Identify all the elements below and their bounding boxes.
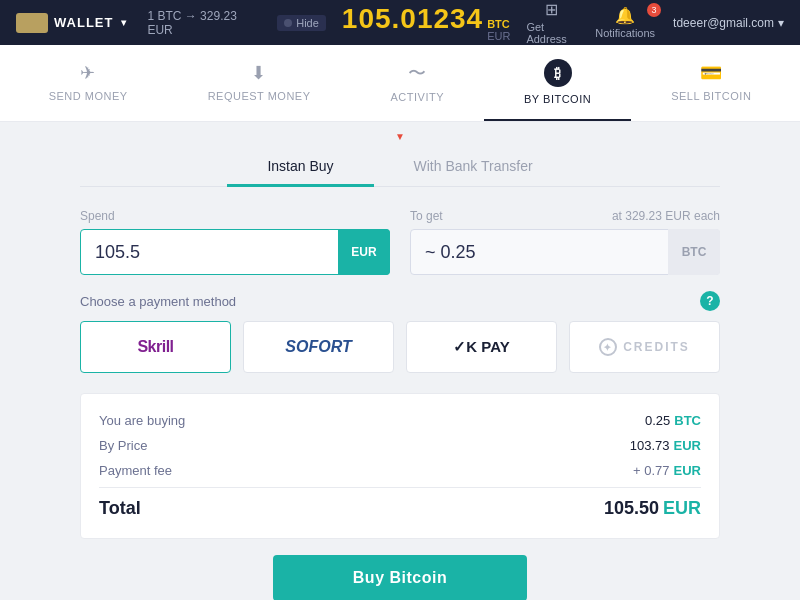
credits-icon: ✦ <box>599 338 617 356</box>
wallet-icon <box>16 13 48 33</box>
price-label: By Price <box>99 438 147 453</box>
to-get-currency-badge: BTC <box>668 229 720 275</box>
price-currency: EUR <box>674 438 701 453</box>
spend-field-group: Spend EUR <box>80 209 390 275</box>
tab-activity-label: ACTIVITY <box>391 91 445 103</box>
user-menu[interactable]: tdeeer@gmail.com ▾ <box>673 16 784 30</box>
payment-methods-list: Skrill SOFORT ✓K PAY ✦ CREDITS <box>80 321 720 373</box>
notification-badge: 3 <box>647 3 661 17</box>
fee-amount: + 0.77 <box>633 463 670 478</box>
balance-unit: BTC EUR <box>487 18 510 42</box>
rate-info: 1 BTC → 329.23 EUR <box>147 9 261 37</box>
summary-box: You are buying 0.25 BTC By Price 103.73 … <box>80 393 720 539</box>
total-amount: 105.50 <box>604 498 659 519</box>
buying-label: You are buying <box>99 413 185 428</box>
to-get-input-wrap: BTC <box>410 229 720 275</box>
fee-currency: EUR <box>674 463 701 478</box>
balance-amount: 105.01234 <box>342 3 483 35</box>
to-get-label: To get <box>410 209 443 223</box>
payment-method-label: Choose a payment method <box>80 294 236 309</box>
hide-label: Hide <box>296 17 319 29</box>
send-money-icon: ✈ <box>80 62 96 84</box>
summary-buying-row: You are buying 0.25 BTC <box>99 408 701 433</box>
buying-currency: BTC <box>674 413 701 428</box>
notifications-label: Notifications <box>595 27 655 39</box>
hide-button[interactable]: Hide <box>277 15 326 31</box>
payment-credits-button[interactable]: ✦ CREDITS <box>569 321 720 373</box>
sub-tab-instan-buy[interactable]: Instan Buy <box>227 148 373 187</box>
get-address-button[interactable]: ⊞ Get Address <box>526 0 577 45</box>
credits-logo: ✦ CREDITS <box>599 338 690 356</box>
rate-label: at 329.23 EUR each <box>612 209 720 223</box>
balance-btc-label: BTC <box>487 18 510 30</box>
skrill-logo: Skrill <box>137 338 173 356</box>
notifications-button[interactable]: 🔔 3 Notifications <box>595 6 655 39</box>
main-content: Instan Buy With Bank Transfer Spend EUR … <box>0 122 800 600</box>
address-icon: ⊞ <box>545 0 558 19</box>
wallet-brand[interactable]: WALLET ▾ <box>16 13 127 33</box>
price-amount: 103.73 <box>630 438 670 453</box>
request-money-icon: ⬇ <box>251 62 267 84</box>
summary-total-row: Total 105.50 EUR <box>99 487 701 524</box>
tab-send-money-label: SEND MONEY <box>49 90 128 102</box>
top-navigation: WALLET ▾ 1 BTC → 329.23 EUR Hide 105.012… <box>0 0 800 45</box>
nav-actions: ⊞ Get Address 🔔 3 Notifications tdeeer@g… <box>526 0 784 45</box>
tab-request-money[interactable]: ⬇ REQUEST MONEY <box>168 48 351 118</box>
buy-bitcoin-button[interactable]: Buy Bitcoin <box>273 555 527 600</box>
tab-activity[interactable]: 〜 ACTIVITY <box>351 47 485 119</box>
wallet-label: WALLET <box>54 15 113 30</box>
tab-by-bitcoin[interactable]: ₿ BY BITCOIN <box>484 45 631 121</box>
buying-amount: 0.25 <box>645 413 670 428</box>
tab-by-bitcoin-label: BY BITCOIN <box>524 93 591 105</box>
sell-bitcoin-icon: 💳 <box>700 62 723 84</box>
total-value: 105.50 EUR <box>604 498 701 519</box>
price-value: 103.73 EUR <box>630 438 701 453</box>
spend-currency-badge: EUR <box>338 229 390 275</box>
bell-icon: 🔔 <box>615 6 635 25</box>
tab-send-money[interactable]: ✈ SEND MONEY <box>9 48 168 118</box>
payment-method-row: Choose a payment method ? <box>80 291 720 311</box>
help-icon[interactable]: ? <box>700 291 720 311</box>
tab-sell-bitcoin-label: SELL BITCOIN <box>671 90 751 102</box>
sofort-logo: SOFORT <box>285 338 351 356</box>
tab-sell-bitcoin[interactable]: 💳 SELL BITCOIN <box>631 48 791 118</box>
buy-bitcoin-label: Buy Bitcoin <box>353 569 447 586</box>
sub-tab-instan-buy-label: Instan Buy <box>267 158 333 174</box>
tab-request-money-label: REQUEST MONEY <box>208 90 311 102</box>
wallet-caret-icon: ▾ <box>121 17 127 28</box>
to-get-field-group: To get at 329.23 EUR each BTC <box>410 209 720 275</box>
bitcoin-circle-icon: ₿ <box>544 59 572 87</box>
activity-icon: 〜 <box>408 61 427 85</box>
sub-tab-bank-transfer[interactable]: With Bank Transfer <box>374 148 573 187</box>
fee-label: Payment fee <box>99 463 172 478</box>
payment-skrill-button[interactable]: Skrill <box>80 321 231 373</box>
hide-dot-icon <box>284 19 292 27</box>
total-label: Total <box>99 498 141 519</box>
summary-price-row: By Price 103.73 EUR <box>99 433 701 458</box>
summary-fee-row: Payment fee + 0.77 EUR <box>99 458 701 483</box>
okpay-logo: ✓K PAY <box>453 338 509 356</box>
user-caret-icon: ▾ <box>778 16 784 30</box>
balance-eur-label: EUR <box>487 30 510 42</box>
buying-value: 0.25 BTC <box>645 413 701 428</box>
main-tabs: ✈ SEND MONEY ⬇ REQUEST MONEY 〜 ACTIVITY … <box>0 45 800 122</box>
buy-button-wrap: Buy Bitcoin <box>80 555 720 600</box>
amount-form-row: Spend EUR To get at 329.23 EUR each BTC <box>80 209 720 275</box>
sub-tabs: Instan Buy With Bank Transfer <box>80 140 720 187</box>
user-email-text: tdeeer@gmail.com <box>673 16 774 30</box>
payment-okpay-button[interactable]: ✓K PAY <box>406 321 557 373</box>
spend-label: Spend <box>80 209 390 223</box>
fee-value: + 0.77 EUR <box>633 463 701 478</box>
total-currency: EUR <box>663 498 701 519</box>
get-address-label: Get Address <box>526 21 577 45</box>
sub-tab-bank-transfer-label: With Bank Transfer <box>414 158 533 174</box>
payment-sofort-button[interactable]: SOFORT <box>243 321 394 373</box>
spend-input-wrap: EUR <box>80 229 390 275</box>
